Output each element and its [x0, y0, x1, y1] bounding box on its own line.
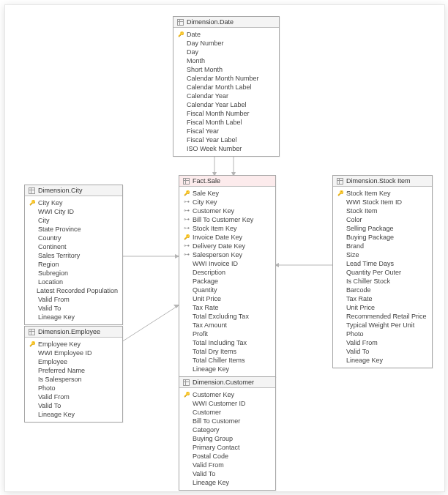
column-row[interactable]: Lead Time Days — [337, 259, 428, 268]
column-row[interactable]: Sales Territory — [29, 251, 118, 260]
column-row[interactable]: Postal Code — [184, 452, 271, 461]
column-row[interactable]: Fiscal Year Label — [178, 135, 275, 144]
column-row[interactable]: Day Number — [178, 39, 275, 48]
column-row[interactable]: City — [29, 216, 118, 225]
column-row[interactable]: Selling Package — [337, 224, 428, 233]
column-row[interactable]: Tax Amount — [184, 321, 271, 330]
column-row[interactable]: WWI Employee ID — [29, 349, 118, 357]
table-fact-sale[interactable]: Fact.Sale 🔑Sale Key⊶City Key⊶Customer Ke… — [179, 175, 276, 377]
column-row[interactable]: Buying Package — [337, 233, 428, 242]
diagram-canvas[interactable]: Dimension.Date 🔑DateDay NumberDayMonthSh… — [4, 4, 445, 492]
column-row[interactable]: Short Month — [178, 65, 275, 74]
column-row[interactable]: Valid To — [337, 347, 428, 356]
column-row[interactable]: Brand — [337, 242, 428, 250]
column-row[interactable]: Total Chiller Items — [184, 356, 271, 365]
column-row[interactable]: Region — [29, 260, 118, 269]
column-row[interactable]: Subregion — [29, 269, 118, 278]
column-row[interactable]: Valid From — [29, 295, 118, 304]
column-row[interactable]: Customer — [184, 408, 271, 417]
column-row[interactable]: Valid To — [29, 401, 118, 410]
column-row[interactable]: Location — [29, 278, 118, 286]
column-row[interactable]: Description — [184, 268, 271, 277]
column-row[interactable]: Primary Contact — [184, 443, 271, 452]
column-row[interactable]: Unit Price — [184, 294, 271, 303]
column-row[interactable]: 🔑Employee Key — [29, 340, 118, 349]
column-row[interactable]: Month — [178, 56, 275, 65]
column-row[interactable]: 🔑Customer Key — [184, 390, 271, 399]
column-row[interactable]: WWI Stock Item ID — [337, 198, 428, 206]
column-row[interactable]: Package — [184, 277, 271, 286]
column-row[interactable]: 🔑Stock Item Key — [337, 189, 428, 198]
column-row[interactable]: WWI City ID — [29, 207, 118, 216]
table-header[interactable]: Fact.Sale — [179, 176, 275, 187]
column-row[interactable]: Recommended Retail Price — [337, 312, 428, 321]
column-row[interactable]: Total Including Tax — [184, 338, 271, 347]
column-row[interactable]: ⊶Stock Item Key — [184, 224, 271, 233]
column-row[interactable]: State Province — [29, 225, 118, 234]
column-row[interactable]: Lineage Key — [184, 365, 271, 373]
column-row[interactable]: Unit Price — [337, 303, 428, 312]
column-row[interactable]: Barcode — [337, 286, 428, 294]
table-dimension-date[interactable]: Dimension.Date 🔑DateDay NumberDayMonthSh… — [173, 16, 280, 157]
column-row[interactable]: 🔑Invoice Date Key — [184, 233, 271, 242]
column-row[interactable]: Bill To Customer — [184, 417, 271, 425]
table-dimension-customer[interactable]: Dimension.Customer 🔑Customer KeyWWI Cust… — [179, 376, 276, 491]
table-dimension-stock-item[interactable]: Dimension.Stock Item 🔑Stock Item KeyWWI … — [332, 175, 433, 368]
column-row[interactable]: Quantity — [184, 286, 271, 294]
column-row[interactable]: 🔑Date — [178, 30, 275, 39]
column-row[interactable]: ISO Week Number — [178, 144, 275, 153]
column-row[interactable]: ⊶Customer Key — [184, 206, 271, 215]
column-row[interactable]: Photo — [29, 384, 118, 392]
column-row[interactable]: Size — [337, 250, 428, 259]
column-row[interactable]: Valid From — [337, 338, 428, 347]
column-row[interactable]: Tax Rate — [184, 303, 271, 312]
table-header[interactable]: Dimension.City — [25, 185, 122, 196]
column-row[interactable]: Preferred Name — [29, 366, 118, 375]
column-row[interactable]: Profit — [184, 330, 271, 338]
column-row[interactable]: Continent — [29, 242, 118, 251]
column-row[interactable]: Total Dry Items — [184, 347, 271, 356]
column-row[interactable]: WWI Customer ID — [184, 399, 271, 408]
column-row[interactable]: ⊶Salesperson Key — [184, 250, 271, 259]
column-row[interactable]: Lineage Key — [184, 478, 271, 487]
column-row[interactable]: Fiscal Month Number — [178, 109, 275, 118]
column-row[interactable]: Calendar Year — [178, 92, 275, 100]
column-row[interactable]: Day — [178, 48, 275, 56]
table-dimension-city[interactable]: Dimension.City 🔑City KeyWWI City IDCityS… — [24, 185, 123, 325]
column-row[interactable]: Valid From — [29, 392, 118, 401]
column-row[interactable]: Calendar Month Label — [178, 83, 275, 92]
column-row[interactable]: Lineage Key — [337, 356, 428, 365]
column-row[interactable]: Photo — [337, 330, 428, 338]
column-row[interactable]: Valid To — [29, 304, 118, 313]
column-row[interactable]: Tax Rate — [337, 294, 428, 303]
column-row[interactable]: Quantity Per Outer — [337, 268, 428, 277]
column-row[interactable]: ⊶City Key — [184, 198, 271, 206]
column-row[interactable]: Valid From — [184, 461, 271, 469]
column-row[interactable]: Employee — [29, 357, 118, 366]
column-row[interactable]: Fiscal Year — [178, 127, 275, 135]
column-row[interactable]: Fiscal Month Label — [178, 118, 275, 127]
column-row[interactable]: Calendar Year Label — [178, 100, 275, 109]
column-row[interactable]: Typical Weight Per Unit — [337, 321, 428, 330]
table-dimension-employee[interactable]: Dimension.Employee 🔑Employee KeyWWI Empl… — [24, 326, 123, 423]
column-row[interactable]: Valid To — [184, 469, 271, 478]
column-row[interactable]: Stock Item — [337, 206, 428, 215]
column-row[interactable]: Category — [184, 425, 271, 434]
column-row[interactable]: 🔑Sale Key — [184, 189, 271, 198]
column-row[interactable]: Calendar Month Number — [178, 74, 275, 83]
column-row[interactable]: Country — [29, 234, 118, 242]
table-header[interactable]: Dimension.Employee — [25, 327, 122, 338]
column-row[interactable]: ⊶Bill To Customer Key — [184, 215, 271, 224]
column-row[interactable]: Is Salesperson — [29, 375, 118, 384]
table-header[interactable]: Dimension.Customer — [179, 377, 275, 388]
column-row[interactable]: Total Excluding Tax — [184, 312, 271, 321]
column-row[interactable]: ⊶Delivery Date Key — [184, 242, 271, 250]
column-row[interactable]: WWI Invoice ID — [184, 259, 271, 268]
column-row[interactable]: Color — [337, 215, 428, 224]
column-row[interactable]: Buying Group — [184, 434, 271, 443]
column-row[interactable]: Lineage Key — [29, 313, 118, 321]
column-row[interactable]: Is Chiller Stock — [337, 277, 428, 286]
table-header[interactable]: Dimension.Date — [173, 17, 279, 28]
table-header[interactable]: Dimension.Stock Item — [333, 176, 432, 187]
column-row[interactable]: Latest Recorded Population — [29, 286, 118, 295]
